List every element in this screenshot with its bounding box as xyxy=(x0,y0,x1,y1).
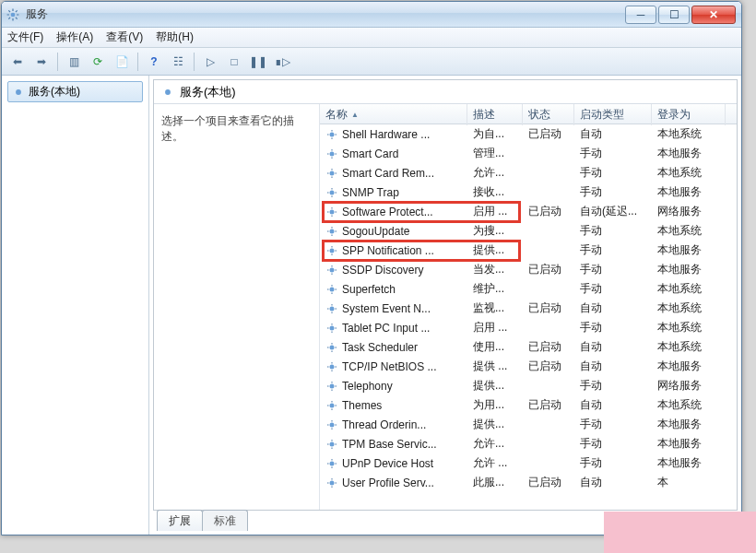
svg-point-26 xyxy=(330,190,335,194)
col-desc[interactable]: 描述 xyxy=(467,104,523,125)
service-name: TPM Base Servic... xyxy=(342,438,437,451)
column-header-row: 名称▲ 描述 状态 启动类型 登录为 xyxy=(320,104,737,124)
service-row[interactable]: Telephony提供...手动网络服务 xyxy=(320,376,737,395)
service-icon xyxy=(325,283,338,296)
svg-point-91 xyxy=(330,441,335,446)
service-row[interactable]: Shell Hardware ...为自...已启动自动本地系统 xyxy=(320,124,737,144)
help-button[interactable]: ? xyxy=(144,52,164,72)
service-name: Task Scheduler xyxy=(342,341,418,354)
restart-service-button[interactable]: ∎▷ xyxy=(272,52,292,72)
service-logon: 本地系统 xyxy=(652,339,726,355)
restart-icon: ∎▷ xyxy=(275,55,290,68)
col-name[interactable]: 名称▲ xyxy=(320,104,467,125)
svg-point-56 xyxy=(330,306,335,311)
panel-icon: ▥ xyxy=(69,55,79,68)
minimize-button[interactable]: ─ xyxy=(625,6,656,24)
service-row[interactable]: Smart Card Rem...允许...手动本地系统 xyxy=(320,163,737,182)
stop-service-button[interactable]: □ xyxy=(224,52,244,72)
svg-point-96 xyxy=(330,461,335,465)
service-desc: 提供... xyxy=(467,378,523,394)
service-logon: 本地系统 xyxy=(652,223,726,239)
service-startup: 手动 xyxy=(574,184,652,200)
tree-root-services[interactable]: 服务(本地) xyxy=(7,81,143,102)
menu-view[interactable]: 查看(V) xyxy=(106,29,143,45)
back-button[interactable]: ⬅ xyxy=(7,52,28,72)
service-startup: 手动 xyxy=(574,378,652,394)
col-startup[interactable]: 启动类型 xyxy=(574,104,652,125)
service-desc: 为搜... xyxy=(467,223,523,239)
service-row[interactable]: SNMP Trap接收...手动本地服务 xyxy=(320,182,737,202)
gear-icon xyxy=(161,86,174,99)
service-logon: 本地服务 xyxy=(652,184,726,200)
service-name: Smart Card Rem... xyxy=(342,167,434,180)
service-row[interactable]: System Event N...监视...已启动自动本地系统 xyxy=(320,299,737,318)
service-startup: 手动 xyxy=(574,436,652,452)
service-logon: 本地服务 xyxy=(652,262,726,277)
export-button[interactable]: 📄 xyxy=(112,52,132,72)
service-row[interactable]: Task Scheduler使用...已启动自动本地系统 xyxy=(320,337,737,357)
service-startup: 手动 xyxy=(574,242,652,258)
service-desc: 启用 ... xyxy=(467,320,523,335)
svg-point-10 xyxy=(165,89,171,95)
svg-point-21 xyxy=(330,171,335,175)
service-desc: 提供... xyxy=(467,417,523,432)
services-list[interactable]: 名称▲ 描述 状态 启动类型 登录为 Shell Hardware ...为自.… xyxy=(320,104,737,510)
service-icon xyxy=(325,244,338,257)
forward-button[interactable]: ➡ xyxy=(31,52,52,72)
service-status: 已启动 xyxy=(523,262,574,277)
service-name: SSDP Discovery xyxy=(342,264,423,276)
maximize-button[interactable]: ☐ xyxy=(658,6,690,24)
service-row[interactable]: Software Protect...启用 ...已启动自动(延迟...网络服务 xyxy=(320,202,737,221)
refresh-button[interactable]: ⟳ xyxy=(88,52,108,72)
service-logon: 本地服务 xyxy=(652,242,726,258)
tab-extended[interactable]: 扩展 xyxy=(157,510,203,531)
menu-help[interactable]: 帮助(H) xyxy=(156,29,194,45)
pause-service-button[interactable]: ❚❚ xyxy=(248,52,268,72)
service-desc: 为自... xyxy=(467,126,523,142)
service-name: UPnP Device Host xyxy=(342,457,433,470)
service-icon xyxy=(325,380,338,393)
service-startup: 自动 xyxy=(574,475,652,490)
service-startup: 手动 xyxy=(574,223,652,239)
close-button[interactable]: ✕ xyxy=(691,6,736,24)
col-status[interactable]: 状态 xyxy=(523,104,574,125)
titlebar[interactable]: 服务 ─ ☐ ✕ xyxy=(2,2,741,28)
svg-point-36 xyxy=(330,229,335,233)
service-row[interactable]: Themes为用...已启动自动本地系统 xyxy=(320,395,737,415)
service-logon: 网络服务 xyxy=(652,204,726,219)
service-name: System Event N... xyxy=(342,302,431,315)
service-row[interactable]: Superfetch维护...手动本地系统 xyxy=(320,279,737,299)
svg-point-31 xyxy=(330,209,335,214)
stop-icon: □ xyxy=(230,55,237,68)
start-service-button[interactable]: ▷ xyxy=(200,52,220,72)
service-row[interactable]: TPM Base Servic...允许...手动本地服务 xyxy=(320,434,737,453)
service-startup: 自动 xyxy=(574,300,652,316)
service-startup: 手动 xyxy=(574,146,652,161)
toolbar: ⬅ ➡ ▥ ⟳ 📄 ? ☷ ▷ □ ❚❚ ∎▷ xyxy=(2,48,741,76)
service-row[interactable]: SSDP Discovery当发...已启动手动本地服务 xyxy=(320,260,737,279)
col-logon[interactable]: 登录为 xyxy=(652,104,726,125)
properties-button[interactable]: ☷ xyxy=(168,52,188,72)
app-icon xyxy=(6,7,20,22)
service-startup: 自动 xyxy=(574,339,652,355)
service-row[interactable]: SogouUpdate为搜...手动本地系统 xyxy=(320,221,737,241)
service-row[interactable]: SPP Notification ...提供...手动本地服务 xyxy=(320,241,737,260)
service-row[interactable]: Smart Card管理...手动本地服务 xyxy=(320,144,737,163)
service-name: SNMP Trap xyxy=(342,186,399,199)
service-icon xyxy=(325,302,338,315)
service-row[interactable]: Tablet PC Input ...启用 ...手动本地系统 xyxy=(320,318,737,337)
service-row[interactable]: TCP/IP NetBIOS ...提供 ...已启动自动本地服务 xyxy=(320,357,737,376)
service-desc: 使用... xyxy=(467,339,523,355)
show-hide-tree-button[interactable]: ▥ xyxy=(64,52,84,72)
service-name: User Profile Serv... xyxy=(342,477,434,489)
service-logon: 本地系统 xyxy=(652,126,726,142)
arrow-right-icon: ➡ xyxy=(37,55,46,68)
service-row[interactable]: UPnP Device Host允许 ...手动本地服务 xyxy=(320,453,737,473)
menu-action[interactable]: 操作(A) xyxy=(56,29,93,45)
service-row[interactable]: Thread Orderin...提供...手动本地服务 xyxy=(320,415,737,434)
service-startup: 自动 xyxy=(574,397,652,413)
service-icon xyxy=(325,418,338,431)
menu-file[interactable]: 文件(F) xyxy=(7,29,43,45)
service-row[interactable]: User Profile Serv...此服...已启动自动本 xyxy=(320,473,737,492)
tab-standard[interactable]: 标准 xyxy=(202,510,248,531)
